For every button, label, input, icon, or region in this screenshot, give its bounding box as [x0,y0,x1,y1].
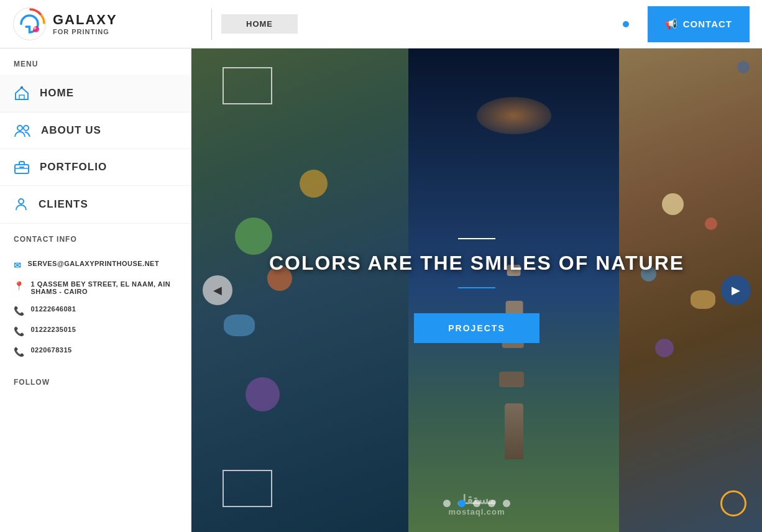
slider-dot-5[interactable] [503,500,510,507]
phone-icon-1: 📞 [14,306,25,316]
logo-tagline: FOR PRINTING [53,28,117,35]
contact-info-section: ✉ SERVES@GALAXYPRINTHOUSE.NET 📍 1 QASSEM… [0,250,191,367]
location-icon: 📍 [14,281,25,291]
sidebar-portfolio-label: PORTFOLIO [40,161,107,173]
hero-slider: COLORS ARE THE SMILES OF NATURE PROJECTS… [191,48,762,532]
address-text: 1 QASSEM BEY STREET, EL NAAM, AIN SHAMS … [31,280,178,295]
projects-button[interactable]: PROJECTS [414,313,539,343]
phone2-text: 01222235015 [31,326,76,333]
sidebar-home-label: HOME [40,87,74,99]
slider-arrow-right[interactable]: ▶ [721,275,751,305]
svg-point-10 [19,199,24,204]
logo-text: GALAXY FOR PRINTING [53,12,117,35]
sidebar-clients-label: CLIENTS [39,198,88,211]
content-area: COLORS ARE THE SMILES OF NATURE PROJECTS… [191,48,762,532]
logo-area: GALAXY FOR PRINTING [12,7,202,41]
slider-arrow-left[interactable]: ◀ [203,275,232,305]
sidebar-about-label: ABOUT US [41,124,101,137]
slider-dot-3[interactable] [473,500,480,507]
sidebar-item-portfolio[interactable]: PORTFOLIO [0,149,191,186]
nav-divider [211,9,212,40]
hero-background [191,48,762,532]
sidebar-item-about[interactable]: ABOUT US [0,112,191,149]
bottom-right-circle[interactable] [720,490,746,516]
logo-brand-name: GALAXY [53,12,117,27]
phone1-text: 01222646081 [31,305,76,313]
svg-point-6 [24,126,29,131]
phone3-row: 📞 0220678315 [14,341,177,362]
follow-section-label: FOLLOW [0,367,191,393]
nav-accent-dot [623,21,629,27]
hero-panel-center [408,48,620,532]
svg-rect-7 [15,165,29,173]
slider-dot-4[interactable] [488,500,495,507]
svg-rect-4 [19,95,24,99]
phone-icon-2: 📞 [14,326,25,336]
svg-point-0 [14,8,46,40]
email-row: ✉ SERVES@GALAXYPRINTHOUSE.NET [14,255,177,275]
briefcase-icon [14,160,30,174]
left-arrow-icon: ◀ [213,283,222,297]
megaphone-icon: 📢 [665,18,678,30]
home-nav-button[interactable]: HOME [221,14,298,34]
contact-info-section-label: CONTACT INFO [0,224,191,250]
phone-icon-3: 📞 [14,347,25,357]
email-icon: ✉ [14,260,22,270]
sidebar: MENU HOME ABOUT US [0,48,191,532]
sidebar-item-home[interactable]: HOME [0,75,191,112]
logo-icon [12,7,47,41]
right-arrow-icon: ▶ [732,283,740,297]
phone3-text: 0220678315 [31,346,72,354]
phone1-row: 📞 01222646081 [14,300,177,321]
slider-dot-2[interactable] [458,500,466,507]
svg-point-2 [34,27,37,30]
phone2-row: 📞 01222235015 [14,321,177,341]
top-navigation: GALAXY FOR PRINTING HOME 📢 CONTACT [0,0,762,48]
email-text: SERVES@GALAXYPRINTHOUSE.NET [28,260,160,267]
main-layout: MENU HOME ABOUT US [0,48,762,532]
slider-dot-1[interactable] [443,500,451,507]
contact-button-label: CONTACT [683,19,732,29]
people-icon [14,124,31,137]
home-icon [14,86,30,101]
menu-section-label: MENU [0,48,191,75]
svg-point-5 [17,126,22,131]
contact-button[interactable]: 📢 CONTACT [648,6,750,42]
address-row: 📍 1 QASSEM BEY STREET, EL NAAM, AIN SHAM… [14,275,177,300]
sidebar-item-clients[interactable]: CLIENTS [0,186,191,224]
slider-dots [443,500,510,507]
person-icon [14,197,29,212]
